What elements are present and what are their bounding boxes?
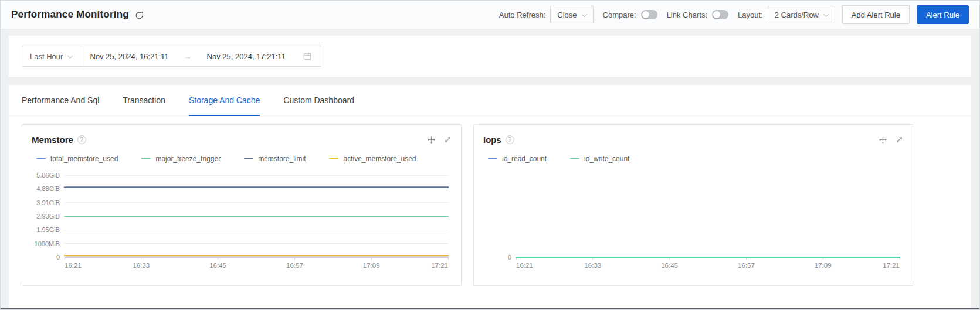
svg-text:5.86GiB: 5.86GiB (36, 172, 60, 179)
alert-rule-button[interactable]: Alert Rule (917, 5, 969, 24)
time-preset-select[interactable]: Last Hour (22, 46, 80, 66)
main-panel: Performance And Sql Transaction Storage … (9, 85, 971, 310)
iops-chart[interactable]: 016:2116:3316:4516:5717:0917:21 (483, 168, 903, 272)
calendar-icon[interactable] (303, 52, 311, 60)
fullscreen-icon[interactable] (896, 136, 903, 144)
memstore-card-title: Memstore (32, 135, 73, 145)
legend-marker (570, 158, 579, 160)
svg-text:16:45: 16:45 (661, 262, 678, 269)
svg-text:1000MiB: 1000MiB (35, 240, 60, 247)
tab-custom-dashboard[interactable]: Custom Dashboard (283, 85, 354, 115)
compare-label: Compare: (603, 11, 636, 19)
svg-text:16:33: 16:33 (133, 262, 150, 269)
svg-text:4.88GiB: 4.88GiB (36, 185, 60, 192)
legend-label: io_write_count (584, 155, 629, 163)
legend-marker (36, 158, 46, 160)
toggle-knob (642, 11, 649, 18)
legend-item-active_memstore_used[interactable]: active_memstore_used (329, 155, 416, 163)
card-actions (428, 136, 452, 144)
legend-label: io_read_count (502, 155, 547, 163)
legend-item-total_memstore_used[interactable]: total_memstore_used (36, 155, 118, 163)
svg-text:1.95GiB: 1.95GiB (36, 226, 60, 233)
svg-text:0: 0 (508, 254, 511, 261)
svg-text:16:21: 16:21 (516, 262, 533, 269)
card-header: Memstore ? (32, 133, 452, 146)
svg-text:16:21: 16:21 (65, 262, 82, 269)
legend-label: total_memstore_used (50, 155, 118, 163)
legend-label: memstore_limit (258, 155, 306, 163)
end-datetime[interactable]: Nov 25, 2024, 17:21:11 (207, 52, 286, 61)
auto-refresh-value: Close (557, 11, 577, 19)
legend-label: major_freeze_trigger (155, 155, 221, 163)
fullscreen-icon[interactable] (444, 136, 452, 144)
svg-text:17:09: 17:09 (815, 262, 832, 269)
layout-label: Layout: (738, 11, 763, 19)
card-header: Iops ? (483, 133, 903, 146)
compare-toggle[interactable] (641, 10, 657, 19)
svg-text:17:21: 17:21 (431, 262, 448, 269)
card-actions (879, 136, 903, 144)
svg-text:2.93GiB: 2.93GiB (36, 213, 60, 220)
memstore-chart[interactable]: 01000MiB1.95GiB2.93GiB3.91GiB4.88GiB5.86… (32, 168, 452, 272)
svg-text:17:09: 17:09 (363, 262, 380, 269)
refresh-icon[interactable] (135, 11, 144, 20)
screen-bottom-edge (1, 308, 979, 309)
legend-marker (488, 158, 497, 160)
page-title: Performance Monitoring (11, 9, 129, 21)
add-alert-rule-button[interactable]: Add Alert Rule (842, 5, 910, 24)
time-range-picker[interactable]: Last Hour Nov 25, 2024, 16:21:11 → Nov 2… (22, 46, 321, 67)
toggle-knob (713, 11, 720, 18)
legend-marker (244, 158, 253, 160)
tab-bar: Performance And Sql Transaction Storage … (9, 85, 971, 116)
link-charts-toggle[interactable] (712, 10, 728, 19)
help-icon[interactable]: ? (77, 135, 86, 144)
legend-item-io_write_count[interactable]: io_write_count (570, 155, 629, 163)
tab-performance-and-sql[interactable]: Performance And Sql (22, 85, 99, 115)
legend-label: active_memstore_used (343, 155, 416, 163)
legend-marker (329, 158, 338, 160)
chevron-down-icon (581, 11, 587, 17)
svg-text:16:45: 16:45 (209, 262, 226, 269)
chevron-down-icon (67, 53, 73, 59)
drag-move-icon[interactable] (879, 136, 887, 144)
link-charts-label: Link Charts: (667, 11, 707, 19)
memstore-legend: total_memstore_usedmajor_freeze_triggerm… (36, 154, 452, 163)
svg-text:17:21: 17:21 (883, 262, 900, 269)
time-range-bar: Last Hour Nov 25, 2024, 16:21:11 → Nov 2… (9, 36, 971, 77)
range-arrow-icon: → (184, 52, 192, 61)
date-range: Nov 25, 2024, 16:21:11 → Nov 25, 2024, 1… (80, 46, 320, 66)
tab-storage-and-cache[interactable]: Storage And Cache (189, 85, 260, 115)
legend-item-memstore_limit[interactable]: memstore_limit (244, 155, 306, 163)
layout-value: 2 Cards/Row (775, 11, 819, 19)
iops-legend: io_read_countio_write_count (488, 154, 903, 163)
topbar: Performance Monitoring Auto Refresh: Clo… (1, 1, 979, 29)
screen: Performance Monitoring Auto Refresh: Clo… (0, 0, 980, 310)
topbar-controls: Auto Refresh: Close Compare: Link Charts… (490, 5, 969, 24)
chevron-down-icon (823, 11, 829, 17)
iops-card: Iops ? (473, 124, 913, 286)
svg-text:0: 0 (56, 254, 60, 261)
legend-item-io_read_count[interactable]: io_read_count (488, 155, 547, 163)
memstore-card: Memstore ? (22, 124, 462, 286)
svg-text:16:57: 16:57 (738, 262, 755, 269)
auto-refresh-select[interactable]: Close (550, 6, 593, 23)
auto-refresh-label: Auto Refresh: (499, 11, 546, 19)
svg-text:16:33: 16:33 (584, 262, 601, 269)
tab-transaction[interactable]: Transaction (123, 85, 165, 115)
time-preset-value: Last Hour (30, 52, 63, 61)
charts-grid: Memstore ? (9, 116, 971, 286)
layout-select[interactable]: 2 Cards/Row (768, 6, 835, 23)
legend-marker (141, 158, 151, 160)
svg-text:3.91GiB: 3.91GiB (36, 199, 60, 206)
help-icon[interactable]: ? (506, 135, 514, 144)
legend-item-major_freeze_trigger[interactable]: major_freeze_trigger (141, 155, 221, 163)
drag-move-icon[interactable] (428, 136, 435, 144)
start-datetime[interactable]: Nov 25, 2024, 16:21:11 (90, 52, 168, 61)
page-title-group: Performance Monitoring (11, 9, 144, 21)
svg-text:16:57: 16:57 (286, 262, 303, 269)
iops-card-title: Iops (483, 135, 501, 145)
